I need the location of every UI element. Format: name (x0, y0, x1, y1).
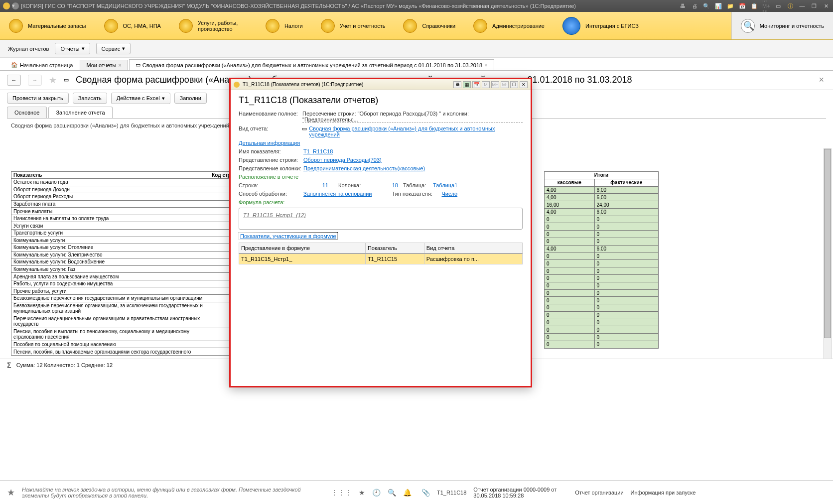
table-row[interactable]: 00 (545, 297, 659, 304)
table-row[interactable]: Пенсии, пособия и выплаты по пенсионному… (11, 328, 243, 341)
table-row[interactable]: 00 (545, 238, 659, 246)
calendar-icon[interactable]: 📅 (472, 81, 480, 88)
processing-link[interactable]: Заполняется на основании (303, 191, 372, 197)
modal-close-button[interactable]: ✕ (520, 81, 528, 88)
totals-table[interactable]: Итоги кассовыефактические 4,006,004,006,… (544, 171, 659, 349)
breadcrumb-item[interactable]: Информация при запуске (631, 490, 696, 496)
type-link[interactable]: Число (441, 191, 457, 197)
table-row[interactable]: Заработная плата (11, 200, 243, 208)
tab-form[interactable]: ▭ Сводная форма расшифровки («Анализ») д… (129, 59, 494, 70)
table-row[interactable]: Пенсии, пособия, выплачиваемые организац… (11, 348, 243, 356)
table-row[interactable]: 00 (545, 260, 659, 267)
close-button[interactable]: ✕ (822, 2, 830, 10)
history-icon[interactable]: 🕘 (372, 489, 381, 497)
m-icon[interactable]: M (482, 81, 490, 88)
dropdown-icon[interactable]: ▾ (12, 2, 19, 9)
toolbar-icon[interactable]: 🔍 (702, 2, 710, 10)
table-row[interactable]: Оборот периода Доходы (11, 186, 243, 193)
table-link[interactable]: Таблица1 (433, 182, 457, 188)
close-icon[interactable]: × (484, 62, 487, 68)
table-row[interactable]: 00 (545, 252, 659, 260)
minimize-button[interactable]: ― (798, 2, 806, 10)
save-button[interactable]: Записать (73, 93, 107, 104)
table-row[interactable]: 00 (545, 334, 659, 341)
table-row[interactable]: Безвозмездные перечисления организациям,… (11, 302, 243, 315)
table-row[interactable]: Прочие работы, услуги (11, 287, 243, 295)
table-row[interactable]: 16,0024,00 (545, 201, 659, 209)
toolbar-icon[interactable]: 📁 (726, 2, 734, 10)
table-row[interactable]: 00 (545, 304, 659, 312)
table-row[interactable]: Коммунальные услуги: Отопление (11, 244, 243, 252)
panel-icon[interactable]: ▭ (774, 2, 782, 10)
table-row[interactable]: Коммунальные услуги (11, 237, 243, 244)
pin-icon[interactable]: 📎 (421, 489, 430, 497)
formula-box[interactable]: T1_R11C15_Нстр1_(12) (239, 208, 523, 230)
tab-main[interactable]: Основное (7, 107, 47, 118)
tab-fill[interactable]: Заполнение отчета (48, 107, 112, 118)
m-plus-icon[interactable]: M+ (491, 81, 499, 88)
table-row[interactable]: T1_R11C15_Нстр1_T1_R11C15Расшифровка по … (239, 253, 523, 264)
row-link[interactable]: 11 (269, 182, 328, 188)
table-row[interactable]: 4,006,00 (545, 245, 659, 252)
table-row[interactable]: 00 (545, 223, 659, 231)
tab-my-reports[interactable]: Мои отчеты × (80, 60, 128, 70)
table-row[interactable]: 00 (545, 341, 659, 348)
indicator-name-link[interactable]: T1_R11C18 (303, 148, 333, 154)
help-icon[interactable]: ⓘ (786, 2, 794, 10)
modal-titlebar[interactable]: T1_R11C18 (Показатели отчетов) (1С:Предп… (231, 79, 531, 90)
apps-icon[interactable]: ⋮⋮⋮ (331, 489, 352, 497)
table-row[interactable]: Коммунальные услуги: Водоснабжение (11, 258, 243, 266)
table-row[interactable]: 00 (545, 267, 659, 275)
row-repr-link[interactable]: Оборот периода Расходы(703) (303, 157, 382, 163)
table-row[interactable]: 00 (545, 311, 659, 319)
table-row[interactable]: Коммунальные услуги: Электричество (11, 251, 243, 258)
forward-button[interactable]: → (28, 75, 42, 86)
table-row[interactable]: Прочие выплаты (11, 208, 243, 215)
table-row[interactable]: Оборот периода Расходы (11, 193, 243, 201)
fill-button[interactable]: Заполни (174, 93, 207, 104)
table-row[interactable]: Остаток на начало года (11, 179, 243, 186)
breadcrumb-item[interactable]: T1_R11C18 (437, 490, 466, 496)
back-button[interactable]: ← (7, 75, 21, 86)
ribbon-item-admin[interactable]: Администрирование (464, 12, 554, 39)
toolbar-icon[interactable]: 🖨 (691, 2, 698, 10)
ribbon-item-accounting[interactable]: Учет и отчетность (312, 12, 395, 39)
indicator-table[interactable]: ПоказательКод строки Остаток на начало г… (11, 171, 243, 356)
calc-icon[interactable]: ▦ (463, 81, 471, 88)
table-row[interactable]: Транспортные услуги (11, 229, 243, 237)
table-row[interactable]: 4,006,00 (545, 186, 659, 194)
vertical-scrollbar[interactable] (824, 148, 832, 371)
table-row[interactable]: 00 (545, 231, 659, 238)
post-close-button[interactable]: Провести и закрыть (7, 93, 69, 104)
ribbon-item-refs[interactable]: Справочники (394, 12, 464, 39)
toolbar-icon[interactable]: 📋 (750, 2, 758, 10)
maximize-button[interactable]: ❐ (810, 2, 818, 10)
modal-restore-button[interactable]: ❐ (510, 81, 518, 88)
breadcrumb-item[interactable]: Отчет организации 0000-0009 от 30.05.201… (473, 487, 568, 499)
subnav-service-dropdown[interactable]: Сервис ▾ (96, 43, 131, 54)
table-row[interactable]: 00 (545, 319, 659, 326)
ribbon-item-materials[interactable]: Материальные запасы (0, 12, 95, 39)
favorite-icon[interactable]: ★ (49, 75, 57, 86)
star-icon[interactable]: ★ (359, 489, 365, 497)
formula-parts-link[interactable]: Показатели, участвующие в формуле (239, 232, 338, 240)
report-kind-link[interactable]: Сводная форма расшифровки («Анализ») для… (309, 126, 523, 137)
page-close-button[interactable]: × (817, 73, 826, 87)
ribbon-item-os[interactable]: ОС, НМА, НПА (95, 12, 170, 39)
toolbar-icon[interactable]: 📊 (714, 2, 722, 10)
search-icon[interactable]: 🔍 (388, 489, 396, 497)
toolbar-icon[interactable]: 📅 (738, 2, 746, 10)
m-minus-icon[interactable]: M- (501, 81, 509, 88)
table-row[interactable]: Безвозмездные перечисления государственн… (11, 295, 243, 302)
bell-icon[interactable]: 🔔 (403, 489, 412, 497)
col-link[interactable]: 18 (373, 182, 398, 188)
print-icon[interactable]: 🖶 (453, 81, 461, 88)
toolbar-icon[interactable]: 🖶 (679, 2, 687, 10)
table-row[interactable]: 00 (545, 282, 659, 289)
excel-dropdown[interactable]: Действие с Excel ▾ (111, 93, 170, 104)
formula-parts-table[interactable]: Представление в формулеПоказательВид отч… (239, 243, 523, 264)
table-row[interactable]: 00 (545, 274, 659, 282)
tab-home[interactable]: 🏠 Начальная страница (5, 60, 79, 70)
favorite-icon[interactable]: ★ (7, 487, 15, 498)
table-row[interactable]: Арендная плата за пользование имуществом (11, 273, 243, 280)
